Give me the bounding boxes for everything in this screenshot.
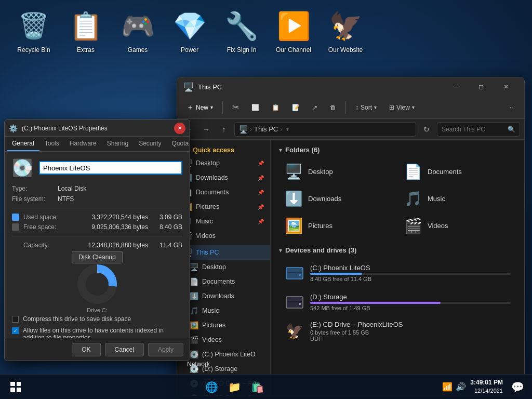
folder-item-music[interactable]: 🎵 Music — [398, 186, 516, 211]
tab-hardware[interactable]: Hardware — [64, 137, 102, 151]
free-space-label: Free space: — [23, 223, 60, 231]
music-qa-label: Music — [196, 218, 254, 225]
sidebar-item-pictures-pc[interactable]: 🖼️ Pictures — [177, 318, 270, 332]
sort-label: Sort — [361, 104, 372, 111]
sidebar-item-music-pc[interactable]: 🎵 Music — [177, 303, 270, 318]
desktop-icon-fix-sign-in[interactable]: 🔧 Fix Sign In — [218, 5, 265, 56]
used-space-row: Used space: 3,322,220,544 bytes 3.09 GB — [12, 214, 182, 221]
compress-checkbox[interactable] — [12, 316, 19, 323]
desktop-icon-recycle-bin[interactable]: 🗑️ Recycle Bin — [10, 5, 57, 56]
tab-tools[interactable]: Tools — [39, 137, 64, 151]
downloads-pc-icon: ⬇️ — [190, 292, 198, 300]
quick-access-header: ★ Quick access — [177, 144, 270, 156]
notifications-button[interactable]: 💬 — [507, 377, 528, 397]
sidebar-item-videos-qa[interactable]: 🎬 Videos — [177, 229, 270, 243]
devices-chevron-icon[interactable]: ▾ — [279, 247, 282, 254]
cut-button[interactable]: ✂ — [227, 99, 244, 116]
tab-quota[interactable]: Quota — [166, 137, 190, 151]
desktop-icon-power[interactable]: 💎 Power — [166, 5, 213, 56]
sidebar-item-music-qa[interactable]: 🎵 Music 📌 — [177, 214, 270, 229]
desktop-icon-our-website[interactable]: 🦅 Our Website — [322, 5, 369, 56]
svg-point-5 — [299, 303, 301, 305]
sidebar-item-videos-pc[interactable]: 🎬 Videos — [177, 332, 270, 347]
properties-content: 💽 Type: Local Disk File system: NTFS Use… — [5, 152, 190, 340]
our-website-icon: 🦅 — [327, 8, 364, 44]
close-button[interactable]: ✕ — [494, 77, 518, 96]
time-display[interactable]: 3:49:01 PM 12/14/2021 — [470, 378, 503, 395]
pictures-pc-label: Pictures — [202, 322, 264, 329]
music-folder-icon: 🎵 — [404, 189, 422, 208]
disk-cleanup-button[interactable]: Disk Cleanup — [72, 251, 122, 263]
desktop-icon-games[interactable]: 🎮 Games — [114, 5, 161, 56]
drive-item-c[interactable]: (C:) Phoenix LiteOS 8.40 GB free of 11.4… — [279, 259, 516, 286]
win-sq-4 — [17, 388, 21, 392]
folder-item-desktop[interactable]: 🖥️ Desktop — [279, 159, 396, 184]
drive-item-d[interactable]: (D:) Storage 542 MB free of 1.49 GB — [279, 288, 516, 315]
desktop-icon-extras[interactable]: 📋 Extras — [62, 5, 109, 56]
sidebar-item-desktop-qa[interactable]: 🖥️ Desktop 📌 — [177, 156, 270, 170]
recycle-bin-icon: 🗑️ — [16, 8, 52, 44]
our-channel-label: Our Channel — [276, 46, 311, 54]
tab-security[interactable]: Security — [134, 137, 166, 151]
maximize-button[interactable]: ◻ — [469, 77, 493, 96]
delete-button[interactable]: 🗑 — [325, 99, 341, 116]
e-drive-icon: 🦅 — [284, 321, 305, 342]
volume-tray-icon: 🔊 — [456, 382, 466, 392]
paste-button[interactable]: 📋 — [267, 99, 285, 116]
sidebar-item-desktop-pc[interactable]: 🖥️ Desktop — [177, 260, 270, 274]
sidebar-item-pictures-qa[interactable]: 🖼️ Pictures 📌 — [177, 200, 270, 214]
main-content: ▾ Folders (6) 🖥️ Desktop 📄 Documents ⬇️ … — [271, 140, 524, 396]
tab-sharing[interactable]: Sharing — [102, 137, 134, 151]
more-options-button[interactable]: ··· — [504, 99, 520, 116]
copy-button[interactable]: ⬜ — [246, 99, 264, 116]
sidebar-item-documents-pc[interactable]: 📄 Documents — [177, 274, 270, 289]
drive-name-input[interactable] — [39, 161, 182, 175]
e-drive-info: (E:) CD Drive – PhoenixLiteOS 0 bytes fr… — [310, 321, 511, 342]
index-checkbox[interactable] — [12, 327, 19, 334]
sort-button[interactable]: ↕ Sort ▾ — [350, 99, 382, 116]
taskbar-network-btn[interactable]: 🌐 — [202, 377, 222, 397]
up-button[interactable]: ↑ — [217, 122, 231, 137]
tab-general[interactable]: General — [7, 137, 39, 151]
taskbar-file-explorer-btn[interactable]: 📁 — [224, 377, 245, 397]
search-input[interactable] — [442, 126, 506, 133]
sidebar-item-documents-qa[interactable]: 📄 Documents 📌 — [177, 185, 270, 200]
folder-item-documents[interactable]: 📄 Documents — [398, 159, 516, 184]
extras-icon: 📋 — [68, 8, 104, 44]
start-button[interactable] — [4, 376, 27, 398]
minimize-button[interactable]: ─ — [444, 77, 468, 96]
win-sq-1 — [10, 382, 15, 387]
cancel-button[interactable]: Cancel — [105, 343, 144, 356]
folder-item-pictures[interactable]: 🖼️ Pictures — [279, 213, 396, 238]
folders-chevron-icon[interactable]: ▾ — [279, 147, 282, 154]
drive-item-e[interactable]: 🦅 (E:) CD Drive – PhoenixLiteOS 0 bytes … — [279, 317, 516, 345]
devices-section-title: Devices and drives (3) — [285, 246, 356, 254]
forward-button[interactable]: → — [199, 122, 214, 137]
desktop-folder-icon: 🖥️ — [284, 162, 303, 181]
ok-button[interactable]: OK — [72, 343, 100, 356]
address-path[interactable]: 🖥️ › This PC › ▾ — [234, 122, 416, 137]
props-close-button[interactable]: ✕ — [174, 123, 185, 134]
path-dropdown-icon[interactable]: ▾ — [286, 126, 289, 132]
capacity-bytes: 12,348,026,880 bytes — [64, 242, 152, 249]
taskbar-store-btn[interactable]: 🛍️ — [247, 377, 268, 397]
folder-item-downloads[interactable]: ⬇️ Downloads — [279, 186, 396, 211]
desktop-icon-our-channel[interactable]: ▶️ Our Channel — [270, 5, 317, 56]
sidebar-item-this-pc[interactable]: 🖥️ This PC — [177, 245, 270, 260]
share-button[interactable]: ↗ — [307, 99, 323, 116]
view-button[interactable]: ⊞ View ▾ — [384, 99, 420, 116]
refresh-button[interactable]: ↻ — [419, 122, 434, 137]
pin-icon-music: 📌 — [258, 219, 264, 224]
pin-icon-downloads: 📌 — [258, 175, 264, 181]
sidebar-item-c-drive-pc[interactable]: 💽 (C:) Phoenix LiteO — [177, 347, 270, 362]
documents-qa-label: Documents — [196, 189, 254, 196]
search-box[interactable]: 🔍 — [437, 122, 520, 137]
folder-item-videos[interactable]: 🎬 Videos — [398, 213, 516, 238]
sidebar-item-downloads-pc[interactable]: ⬇️ Downloads — [177, 289, 270, 303]
apply-button[interactable]: Apply — [148, 343, 183, 356]
new-button[interactable]: ＋ New ▾ — [181, 99, 218, 116]
taskbar-center: 🌐 📁 🛍️ — [27, 377, 442, 397]
rename-button[interactable]: 📝 — [287, 99, 305, 116]
sidebar-item-downloads-qa[interactable]: ⬇️ Downloads 📌 — [177, 170, 270, 185]
disk-usage-chart — [76, 263, 118, 305]
